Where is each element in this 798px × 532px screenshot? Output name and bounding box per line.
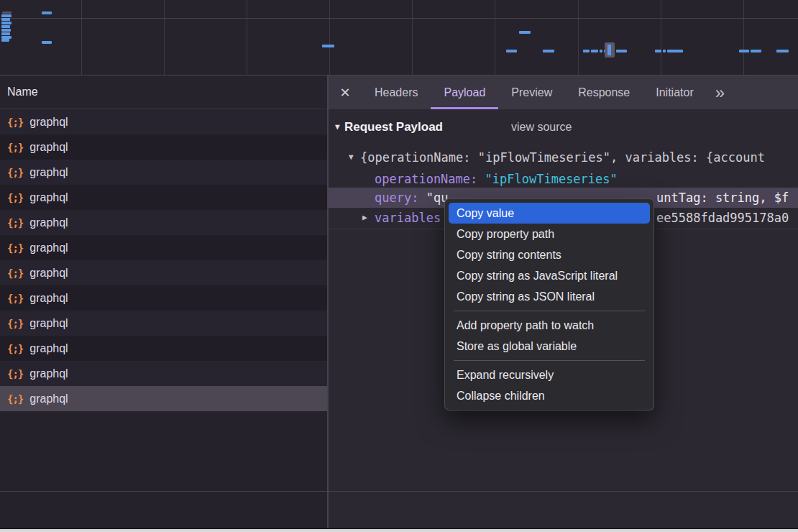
table-row[interactable]: {;}graphql: [0, 210, 327, 235]
timeline-gridline-horizontal: [0, 18, 798, 19]
property-value: "ipFlowTimeseries": [485, 172, 618, 186]
menu-item[interactable]: Copy property path: [449, 224, 650, 244]
table-row[interactable]: {;}graphql: [0, 285, 327, 311]
request-timeline-bar: [1, 32, 10, 35]
details-tab-bar: ✕ HeadersPayloadPreviewResponseInitiator…: [329, 75, 798, 109]
tab-initiator[interactable]: Initiator: [643, 75, 706, 109]
tab-preview[interactable]: Preview: [498, 75, 565, 109]
request-timeline-bar: [667, 50, 683, 52]
json-braces-icon: {;}: [7, 368, 23, 380]
table-row[interactable]: {;}graphql: [0, 260, 327, 285]
menu-divider: [454, 311, 645, 311]
timeline-gridline: [164, 0, 165, 75]
network-overview[interactable]: [0, 0, 798, 75]
json-braces-icon: {;}: [7, 343, 23, 354]
table-row[interactable]: {;}graphql: [0, 134, 327, 160]
view-source-link[interactable]: view source: [511, 119, 572, 136]
more-tabs-icon[interactable]: »: [715, 75, 735, 109]
request-name: graphql: [29, 267, 68, 280]
devtools-network-panel: Name {;}graphql{;}graphql{;}graphql{;}gr…: [0, 0, 798, 532]
json-braces-icon: {;}: [7, 116, 23, 128]
request-name: graphql: [29, 141, 68, 154]
request-name: graphql: [29, 292, 68, 305]
timeline-gridline: [412, 0, 413, 75]
timeline-gridline: [247, 0, 247, 75]
menu-divider: [454, 360, 645, 361]
json-braces-icon: {;}: [7, 167, 23, 178]
timeline-gridline: [743, 0, 744, 75]
requests-panel: Name {;}graphql{;}graphql{;}graphql{;}gr…: [0, 75, 327, 529]
request-name: graphql: [29, 166, 68, 179]
request-timeline-bar: [506, 50, 517, 52]
request-name: graphql: [29, 191, 68, 204]
request-timeline-bar: [616, 50, 627, 52]
menu-item[interactable]: Add property path to watch: [449, 315, 650, 336]
request-name: graphql: [29, 216, 68, 229]
close-icon[interactable]: ✕: [329, 75, 362, 109]
request-timeline-bar: [600, 50, 602, 52]
timeline-gridline: [81, 0, 82, 75]
section-title: Request Payload: [344, 119, 443, 136]
table-row[interactable]: {;}graphql: [0, 185, 327, 210]
timeline-gridline: [578, 0, 579, 75]
expand-icon[interactable]: ▶: [362, 208, 367, 228]
request-timeline-bar: [583, 50, 590, 52]
request-timeline-bar: [1, 22, 12, 24]
request-name: graphql: [29, 116, 68, 129]
collapse-icon[interactable]: ▼: [349, 147, 354, 168]
request-list: {;}graphql{;}graphql{;}graphql{;}graphql…: [0, 109, 327, 411]
payload-property-row[interactable]: operationName: "ipFlowTimeseries": [329, 169, 798, 189]
tab-payload[interactable]: Payload: [431, 75, 498, 109]
table-row[interactable]: {;}graphql: [0, 235, 327, 260]
menu-item[interactable]: Copy string as JSON literal: [449, 286, 650, 307]
payload-object-preview: {operationName: "ipFlowTimeseries", vari…: [360, 147, 765, 168]
timeline-gridline: [661, 0, 661, 75]
json-braces-icon: {;}: [7, 142, 23, 153]
request-timeline-bar: [1, 18, 10, 21]
section-collapse-icon[interactable]: ▼: [335, 119, 340, 136]
payload-root-row[interactable]: ▼ {operationName: "ipFlowTimeseries", va…: [329, 147, 798, 168]
selected-request-tick: [607, 45, 611, 55]
table-row[interactable]: {;}graphql: [0, 109, 327, 134]
menu-item[interactable]: Copy string contents: [449, 244, 650, 265]
request-name: graphql: [29, 367, 68, 380]
table-row[interactable]: {;}graphql: [0, 386, 327, 411]
request-name: graphql: [29, 393, 68, 405]
request-timeline-bar: [751, 50, 761, 52]
panel-resize-handle[interactable]: [327, 75, 329, 529]
name-column-label: Name: [7, 86, 38, 98]
table-row[interactable]: {;}graphql: [0, 361, 327, 386]
selected-request-marker: [605, 42, 615, 58]
request-timeline-bar: [543, 50, 554, 52]
menu-item[interactable]: Copy string as JavaScript literal: [449, 265, 650, 286]
request-timeline-bar: [739, 50, 749, 52]
json-braces-icon: {;}: [7, 242, 23, 254]
name-column-header[interactable]: Name: [0, 75, 327, 109]
table-row[interactable]: {;}graphql: [0, 160, 327, 185]
request-payload-section-header[interactable]: ▼ Request Payload view source: [329, 119, 798, 136]
json-braces-icon: {;}: [7, 293, 23, 304]
request-timeline-bar: [42, 12, 52, 14]
table-row[interactable]: {;}graphql: [0, 311, 327, 336]
menu-item[interactable]: Expand recursively: [449, 364, 650, 385]
request-timeline-bar: [519, 31, 531, 34]
request-timeline-bar: [655, 50, 661, 52]
request-name: graphql: [29, 342, 68, 355]
context-menu: Copy valueCopy property pathCopy string …: [444, 198, 654, 411]
property-key: operationName:: [375, 172, 477, 186]
menu-item[interactable]: Store as global variable: [449, 336, 650, 357]
request-timeline-bar: [2, 12, 12, 14]
request-timeline-bar: [663, 50, 666, 52]
tab-response[interactable]: Response: [565, 75, 643, 109]
timeline-gridline: [495, 0, 495, 75]
menu-item[interactable]: Copy value: [449, 203, 650, 224]
request-timeline-bar: [1, 14, 12, 17]
json-braces-icon: {;}: [7, 393, 23, 405]
json-braces-icon: {;}: [7, 192, 23, 203]
property-key: variables: [375, 211, 441, 225]
table-row[interactable]: {;}graphql: [0, 336, 327, 361]
tab-headers[interactable]: Headers: [362, 75, 431, 109]
json-braces-icon: {;}: [7, 217, 23, 229]
menu-item[interactable]: Collapse children: [449, 385, 650, 406]
request-timeline-bar: [591, 50, 598, 52]
